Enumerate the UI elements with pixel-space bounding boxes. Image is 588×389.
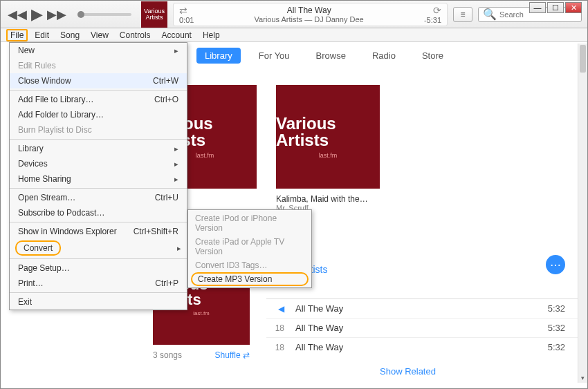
mini-artwork[interactable]: Various Artists	[141, 1, 167, 28]
volume-slider[interactable]	[77, 13, 131, 16]
player-toolbar: ◀◀ ▶ ▶▶ Various Artists ⇄ 0:01 All The W…	[1, 1, 587, 28]
menu-controls[interactable]: Controls	[116, 29, 155, 41]
menu-print[interactable]: Print…Ctrl+P	[10, 276, 187, 291]
shuffle-button[interactable]: Shuffle ⇄	[215, 350, 250, 360]
tab-store[interactable]: Store	[414, 48, 452, 64]
track-duration: 5:32	[546, 303, 579, 314]
separator	[10, 222, 187, 222]
album-card[interactable]: Various Artistslast.fm Kalimba, Maid wit…	[276, 85, 380, 212]
menu-show-explorer[interactable]: Show in Windows ExplorerCtrl+Shift+R	[10, 224, 187, 239]
menu-burn: Burn Playlist to Disc	[10, 122, 187, 137]
track-duration: 5:32	[546, 323, 579, 333]
menu-account[interactable]: Account	[158, 29, 196, 41]
track-name: All The Way	[284, 323, 546, 333]
next-icon[interactable]: ▶▶	[46, 7, 68, 22]
album-artwork: Various Artistslast.fm	[276, 85, 380, 189]
menu-home-sharing[interactable]: Home Sharing	[10, 171, 187, 187]
menu-add-file[interactable]: Add File to Library…Ctrl+O	[10, 92, 187, 107]
menu-subscribe-podcast[interactable]: Subscribe to Podcast…	[10, 205, 187, 220]
menu-help[interactable]: Help	[199, 29, 224, 41]
menu-view[interactable]: View	[86, 29, 113, 41]
scrollbar-thumb[interactable]	[580, 45, 586, 73]
tab-for-you[interactable]: For You	[250, 48, 298, 64]
vertical-scrollbar[interactable]: ▴ ▾	[578, 44, 587, 383]
show-related-link[interactable]: Show Related	[380, 366, 579, 377]
now-playing-lcd: ⇄ 0:01 All The Way Various Artists — DJ …	[173, 3, 448, 26]
menu-devices[interactable]: Devices	[10, 156, 187, 171]
repeat-icon[interactable]: ⟳	[433, 5, 441, 16]
prev-icon[interactable]: ◀◀	[6, 7, 28, 22]
menu-close-window[interactable]: Close WindowCtrl+W	[10, 73, 187, 88]
window-controls: — ☐ ✕	[529, 2, 582, 13]
track-row[interactable]: 18 All The Way 5:32	[266, 318, 579, 337]
detail-artist-link[interactable]: Various Artists	[266, 264, 579, 275]
menu-edit[interactable]: Edit	[30, 29, 53, 41]
menu-edit-rules: Edit Rules	[10, 58, 187, 73]
menu-library[interactable]: Library	[10, 141, 187, 156]
separator	[10, 258, 187, 259]
list-view-button[interactable]: ≡	[453, 7, 472, 22]
now-playing-title: All The Way	[194, 6, 424, 15]
menu-exit[interactable]: Exit	[10, 294, 187, 310]
menu-new[interactable]: New	[10, 43, 187, 58]
track-name: All The Way	[284, 303, 546, 314]
track-row[interactable]: ◀︎ All The Way 5:32	[266, 298, 579, 318]
tab-library[interactable]: Library	[196, 48, 241, 64]
detail-genre-year: R&B · 2005	[266, 276, 579, 286]
menubar: File Edit Song View Controls Account Hel…	[1, 28, 587, 42]
more-button[interactable]: ⋯	[546, 255, 565, 274]
now-playing-subtitle: Various Artists — DJ Danny Dee	[194, 15, 424, 23]
elapsed-time: 0:01	[179, 16, 194, 24]
separator	[10, 188, 187, 189]
now-playing-indicator-icon: ◀︎	[266, 304, 284, 314]
remaining-time: -5:31	[424, 16, 441, 24]
submenu-create-mp3[interactable]: Create MP3 Version	[191, 272, 309, 286]
track-number: 18	[266, 343, 284, 352]
play-icon[interactable]: ▶	[30, 6, 44, 23]
separator	[10, 292, 187, 293]
tab-browse[interactable]: Browse	[308, 48, 354, 64]
scroll-down-icon[interactable]: ▾	[578, 373, 587, 383]
file-menu-dropdown: New Edit Rules Close WindowCtrl+W Add Fi…	[9, 42, 187, 310]
track-number: 18	[266, 323, 284, 333]
songs-count: 3 songs	[153, 350, 182, 360]
track-row[interactable]: 18 All The Way 5:32	[266, 337, 579, 357]
tab-radio[interactable]: Radio	[364, 48, 404, 64]
track-duration: 5:32	[546, 342, 579, 352]
search-icon: 🔍	[483, 8, 497, 21]
track-name: All The Way	[284, 342, 546, 352]
shuffle-icon[interactable]: ⇄	[179, 5, 187, 16]
menu-song[interactable]: Song	[56, 29, 84, 41]
menu-add-folder[interactable]: Add Folder to Library…	[10, 107, 187, 122]
submenu-convert-id3: Convert ID3 Tags…	[188, 258, 311, 272]
maximize-button[interactable]: ☐	[547, 2, 564, 13]
playback-controls: ◀◀ ▶ ▶▶	[6, 6, 68, 23]
separator	[10, 90, 187, 91]
menu-open-stream[interactable]: Open Stream…Ctrl+U	[10, 190, 187, 205]
menu-convert[interactable]: Convert	[10, 239, 187, 257]
detail-album-title: …Dee	[266, 248, 579, 264]
nav-tabs: Library For You Browse Radio Store	[196, 48, 452, 64]
menu-file[interactable]: File	[6, 29, 28, 41]
album-title: Kalimba, Maid with the…	[276, 194, 380, 204]
track-list: ◀︎ All The Way 5:32 18 All The Way 5:32 …	[266, 298, 579, 357]
menu-page-setup[interactable]: Page Setup…	[10, 260, 187, 276]
separator	[10, 139, 187, 140]
convert-submenu: Create iPod or iPhone Version Create iPa…	[187, 209, 312, 288]
submenu-create-ipod: Create iPod or iPhone Version	[188, 211, 311, 235]
submenu-create-ipad: Create iPad or Apple TV Version	[188, 235, 311, 258]
close-button[interactable]: ✕	[565, 2, 582, 13]
minimize-button[interactable]: —	[529, 2, 546, 13]
